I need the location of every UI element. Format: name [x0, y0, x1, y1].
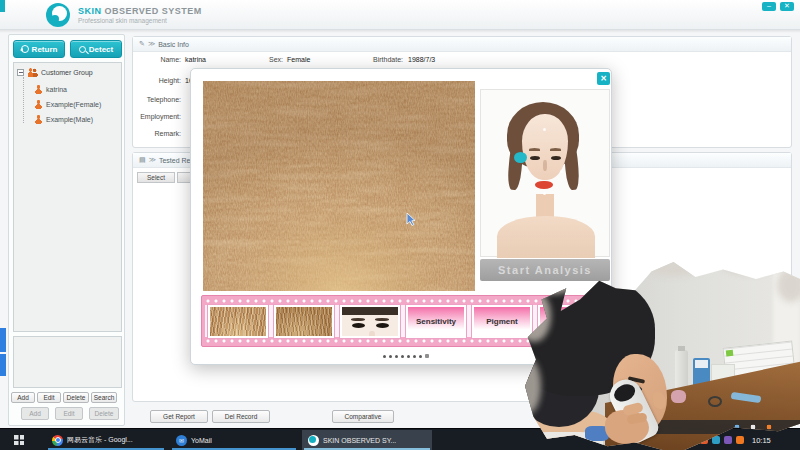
del-record-button[interactable]: Del Record [212, 410, 270, 423]
page-dot[interactable] [389, 355, 392, 358]
skin-app-icon [308, 435, 319, 446]
return-arrow-icon [21, 45, 29, 53]
screen: SKIN OBSERVED SYSTEM Professional skin m… [0, 0, 800, 450]
filmstrip-pagination [341, 353, 471, 359]
add-button[interactable]: Add [11, 392, 35, 403]
page-dot-active[interactable] [425, 354, 429, 358]
return-label: Return [32, 45, 58, 54]
page-dot[interactable] [401, 355, 404, 358]
eye [376, 323, 389, 328]
thumbnail-skin-2[interactable] [274, 305, 334, 338]
page-dot[interactable] [395, 355, 398, 358]
start-menu-button[interactable] [14, 435, 24, 445]
detect-label: Detect [89, 45, 113, 54]
tree-item-label: Example(Female) [46, 101, 101, 108]
tree-item-label: katrina [46, 86, 67, 93]
yomail-icon: ✉ [176, 435, 187, 446]
task-label: YoMail [191, 437, 212, 444]
get-report-button[interactable]: Get Report [150, 410, 208, 423]
tree-expand-toggle[interactable] [17, 69, 24, 76]
tree-connector-line [23, 77, 24, 123]
tree-item-example-female[interactable]: Example(Female) [34, 100, 101, 109]
name-label: Name: [135, 56, 181, 63]
thumbnail-skin-1[interactable] [208, 305, 268, 338]
tree-item-katrina[interactable]: katrina [34, 85, 67, 94]
tray-icon[interactable] [724, 436, 732, 444]
remark-label: Remark: [135, 130, 181, 137]
task-label: 网易云音乐 - Googl... [67, 435, 133, 445]
sex-value: Female [287, 56, 310, 63]
page-dot[interactable] [413, 355, 416, 358]
nose [369, 331, 375, 338]
sex-label: Sex: [237, 56, 283, 63]
measure-point [525, 170, 528, 173]
chrome-icon [52, 435, 63, 446]
measure-point [560, 170, 563, 173]
eyebrow [375, 318, 389, 321]
page-dot[interactable] [407, 355, 410, 358]
edit-button-secondary[interactable]: Edit [55, 407, 83, 420]
tree-item-example-male[interactable]: Example(Male) [34, 115, 93, 124]
measure-zone-marker[interactable] [514, 152, 527, 163]
tray-icon[interactable] [736, 436, 744, 444]
search-icon [79, 46, 86, 53]
taskbar-item-browser[interactable]: 网易云音乐 - Googl... [46, 430, 166, 450]
eye [352, 323, 365, 328]
app-title: SKIN OBSERVED SYSTEM [78, 6, 202, 16]
thumbnail-face[interactable] [340, 305, 400, 338]
employment-label: Employment: [135, 113, 181, 120]
taskbar-item-skin-observed-active[interactable]: SKIN OBSERVED SY... [302, 430, 432, 450]
thumbnail-sensitivity[interactable]: Sensitivity [406, 305, 466, 338]
page-dot[interactable] [419, 355, 422, 358]
delete-button-secondary[interactable]: Delete [89, 407, 119, 420]
modal-close-button[interactable]: ✕ [597, 72, 610, 85]
return-button[interactable]: Return [13, 40, 65, 58]
page-dot[interactable] [383, 355, 386, 358]
corner-accent [0, 0, 5, 12]
birthdate-label: Birthdate: [357, 56, 403, 63]
column-header-select: Select [137, 172, 175, 183]
eyebrow [351, 318, 365, 321]
task-label: SKIN OBSERVED SY... [323, 437, 396, 444]
sidebar: Return Detect Customer Group katrina Exa… [8, 34, 125, 426]
thumbnail-pigment[interactable]: Pigment [472, 305, 532, 338]
measure-point [543, 192, 546, 195]
skin-microscope-image [203, 81, 475, 291]
minimize-button[interactable]: – [762, 2, 776, 11]
brand-primary: SKIN [78, 6, 102, 16]
start-analysis-button[interactable]: Start Analysis [480, 259, 610, 281]
film-sprocket-holes [205, 298, 599, 304]
tree-root-label: Customer Group [41, 69, 93, 76]
nose [543, 160, 547, 171]
edit-button[interactable]: Edit [37, 392, 61, 403]
tree-root-customer-group[interactable]: Customer Group [17, 68, 93, 77]
person-icon [34, 100, 43, 109]
height-label: Height: [135, 77, 181, 84]
face-reference-photo [480, 89, 610, 257]
taskbar-clock[interactable]: 10:15 [752, 436, 771, 445]
customer-tree-panel: Customer Group katrina Example(Female) E… [13, 62, 122, 332]
delete-button[interactable]: Delete [63, 392, 89, 403]
app-titlebar: SKIN OBSERVED SYSTEM Professional skin m… [0, 0, 800, 30]
eye [551, 156, 561, 160]
birthdate-value: 1988/7/3 [408, 56, 435, 63]
taskbar-item-yomail[interactable]: ✉ YoMail [170, 430, 298, 450]
comparative-button[interactable]: Comparative [332, 410, 394, 423]
sidebar-lower-panel [13, 336, 122, 388]
chevrons-icon: ≫ [149, 156, 156, 164]
hair [342, 307, 398, 315]
edit-icon: ✎ [139, 40, 145, 48]
person-icon [34, 85, 43, 94]
brand-tagline: Professional skin management [78, 17, 167, 24]
measure-point [543, 128, 546, 131]
brand-secondary: OBSERVED SYSTEM [102, 6, 202, 16]
lips [535, 181, 553, 189]
app-logo-icon [46, 3, 70, 27]
telephone-label: Telephone: [135, 96, 181, 103]
close-button[interactable]: ✕ [780, 2, 794, 11]
chevrons-icon: ≫ [148, 40, 155, 48]
detect-button[interactable]: Detect [70, 40, 122, 58]
document-icon: ▤ [139, 156, 146, 164]
add-button-secondary[interactable]: Add [21, 407, 49, 420]
search-button[interactable]: Search [91, 392, 117, 403]
